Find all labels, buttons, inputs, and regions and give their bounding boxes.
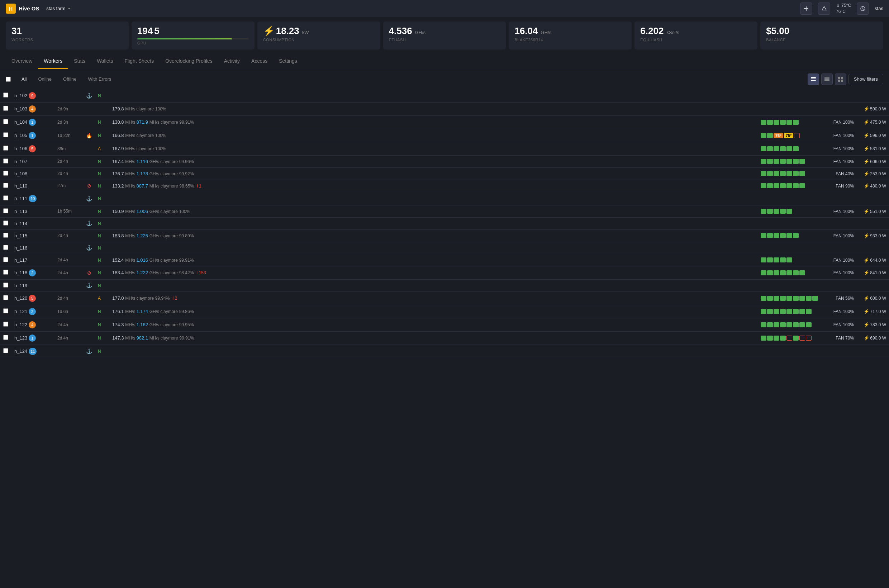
algo-cell: N [95,266,109,279]
table-row[interactable]: h_1224 2d 4h N 174.3 MH/s 1.162 GH/s cla… [0,318,889,331]
gpu-bars [761,336,818,340]
farm-name[interactable]: stas farm [46,6,71,11]
table-row[interactable]: h_1065 39m A 167.9 MH/s claymore 100% FA… [0,142,889,155]
show-filters-button[interactable]: Show filters [849,74,883,84]
row-checkbox[interactable] [3,171,8,176]
row-checkbox[interactable] [3,159,8,164]
hashrate-primary: 167.4 [112,159,124,164]
username[interactable]: stas [875,6,883,11]
gpu-bar [761,257,766,262]
table-row[interactable]: h_114 ⚓ N [0,217,889,230]
algo-cell: N [95,116,109,129]
power-icon: ⚡ [864,119,869,125]
table-row[interactable]: h_1051 1d 22h 🔥 N 166.8 MH/s claymore 10… [0,129,889,142]
efficiency: 100% [155,106,166,111]
nav-overview[interactable]: Overview [6,54,38,69]
clock-button[interactable] [857,3,869,15]
row-checkbox[interactable] [3,282,8,288]
table-row[interactable]: h_1231 2d 4h N 147.3 MH/s 982.1 MH/s cla… [0,331,889,345]
status-icon-cell [83,116,95,129]
nav-workers[interactable]: Workers [38,54,68,69]
worker-name: h_103 [14,106,27,111]
view-grid[interactable] [835,74,846,85]
row-checkbox[interactable] [3,195,8,200]
nav-stats[interactable]: Stats [68,54,91,69]
row-checkbox[interactable] [3,245,8,250]
select-all-checkbox[interactable] [6,77,11,82]
algo-badge: A [98,296,101,301]
table-row[interactable]: h_110 27m ⊘ N 133.2 MH/s 887.7 MH/s clay… [0,180,889,192]
hashrate-unit: MH/s [125,258,136,263]
miner-name: claymore [160,336,178,340]
table-row[interactable]: h_108 2d 4h N 176.7 MH/s 1.178 GH/s clay… [0,167,889,180]
notifications-button[interactable] [818,3,830,15]
row-checkbox[interactable] [3,308,8,314]
gpu-bar-fill [137,38,232,39]
table-row[interactable]: h_119 ⚓ N [0,279,889,291]
row-checkbox[interactable] [3,220,8,225]
algo-cell: N [95,230,109,242]
uptime-cell [54,89,83,102]
table-row[interactable]: h_113 1h 55m N 150.9 MH/s 1.006 GH/s cla… [0,205,889,217]
hashrate-cell: 183.4 MH/s 1.222 GH/s claymore 98.42% I … [109,266,758,279]
row-checkbox[interactable] [3,208,8,213]
nav-activity[interactable]: Activity [218,54,246,69]
hashrate-cell: 177.0 MH/s claymore 99.94% I 2 [109,291,758,305]
row-checkbox[interactable] [3,295,8,300]
row-checkbox[interactable] [3,348,8,353]
nav-overclocking[interactable]: Overclocking Profiles [159,54,218,69]
workers-stat: 31 WORKERS [6,21,129,50]
row-checkbox[interactable] [3,119,8,124]
view-list-compact[interactable] [821,74,833,85]
row-checkbox[interactable] [3,270,8,274]
table-row[interactable]: h_1182 2d 4h ⊘ N 183.4 MH/s 1.222 GH/s c… [0,266,889,279]
table-row[interactable]: h_1041 2d 3h N 130.8 MH/s 871.9 MH/s cla… [0,116,889,129]
status-icon-cell: ⚓ [83,192,95,205]
table-row[interactable]: h_116 ⚓ N [0,242,889,254]
add-button[interactable] [800,3,812,15]
table-row[interactable]: h_12411 ⚓ N [0,345,889,358]
row-checkbox[interactable] [3,183,8,188]
worker-badge: 2 [28,269,36,276]
row-checkbox[interactable] [3,132,8,137]
ethash-label: ETHASH [389,38,501,42]
hashrate-primary: 179.8 [112,106,124,111]
nav-wallets[interactable]: Wallets [91,54,118,69]
row-checkbox[interactable] [3,322,8,327]
status-icon-cell: ⚓ [83,217,95,230]
table-row[interactable]: h_107 2d 4h N 167.4 MH/s 1.116 GH/s clay… [0,155,889,167]
table-row[interactable]: h_1034 2d 9h 179.8 MH/s claymore 100% ⚡5… [0,102,889,116]
nav-flight-sheets[interactable]: Flight Sheets [119,54,160,69]
filter-offline[interactable]: Offline [58,74,81,84]
row-checkbox[interactable] [3,146,8,151]
row-checkbox-cell [0,254,12,266]
nav-access[interactable]: Access [246,54,273,69]
gpu-bars-cell [758,254,821,266]
efficiency: 99.95% [179,322,194,327]
hashrate-cell [109,89,758,102]
table-row[interactable]: h_1212 1d 6h N 176.1 MH/s 1.174 GH/s cla… [0,305,889,318]
filter-online[interactable]: Online [33,74,57,84]
row-checkbox[interactable] [3,106,8,111]
chevron-down-icon [67,6,71,11]
table-row[interactable]: h_117 2d 4h N 152.4 MH/s 1.016 GH/s clay… [0,254,889,266]
table-row[interactable]: h_1029 ⚓ N [0,89,889,102]
logo[interactable]: H Hive OS [6,4,39,14]
row-checkbox[interactable] [3,233,8,238]
row-checkbox[interactable] [3,93,8,98]
gpu-bar [793,296,799,301]
table-row[interactable]: h_1205 2d 4h A 177.0 MH/s claymore 99.94… [0,291,889,305]
temp-badge-2: 75° [784,133,794,138]
row-checkbox[interactable] [3,335,8,340]
gpu-bar [761,296,766,301]
view-controls: Show filters [808,74,883,85]
view-list-detailed[interactable] [808,74,819,85]
row-checkbox[interactable] [3,257,8,262]
filter-all[interactable]: All [16,74,31,84]
worker-name-cell: h_1029 [12,89,54,102]
table-row[interactable]: h_11110 ⚓ N [0,192,889,205]
table-row[interactable]: h_115 2d 4h N 183.8 MH/s 1.225 GH/s clay… [0,230,889,242]
nav-settings[interactable]: Settings [273,54,303,69]
gpu-bar [799,159,805,164]
filter-with-errors[interactable]: With Errors [83,74,116,84]
